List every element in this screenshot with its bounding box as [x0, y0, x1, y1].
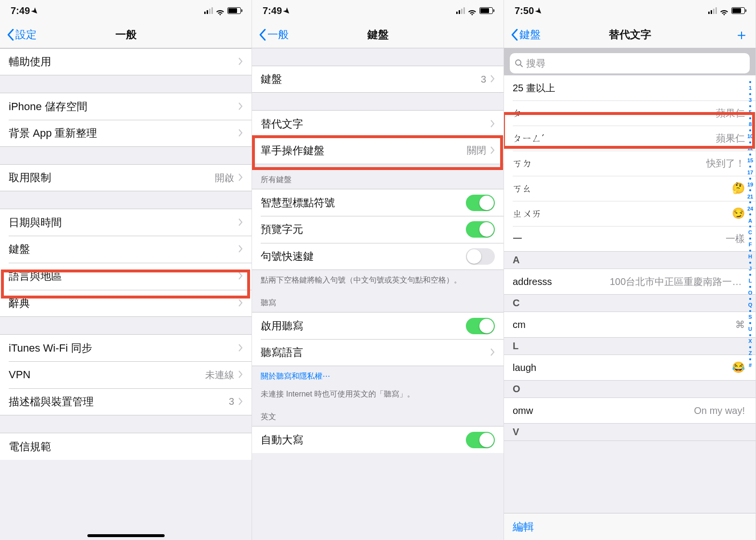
chevron-right-icon — [238, 56, 243, 68]
back-label: 設定 — [15, 28, 37, 42]
row-language-region[interactable]: 語言與地區 — [0, 263, 252, 290]
row-text-replacement[interactable]: 替代文字 — [252, 110, 504, 137]
row-auto-capitalize[interactable]: 自動大寫 — [252, 426, 504, 453]
cell-label: 背景 App 重新整理 — [9, 126, 238, 141]
back-label: 一般 — [267, 28, 289, 42]
row-keyboard[interactable]: 鍵盤 — [0, 236, 252, 263]
shortcut-key: ㄓㄨㄞ — [513, 207, 732, 220]
row-char-preview[interactable]: 預覽字元 — [252, 216, 504, 243]
search-input[interactable]: 搜尋 — [510, 53, 750, 73]
shortcut-key: addresss — [513, 276, 610, 287]
shortcut-value: 100台北市中正區重慶南路一段... — [610, 275, 745, 288]
chevron-right-icon — [238, 297, 243, 310]
cell-label: 自動大寫 — [261, 433, 466, 447]
home-indicator[interactable] — [87, 534, 165, 537]
row-keyboards[interactable]: 鍵盤 3 — [252, 66, 504, 93]
chevron-right-icon — [238, 396, 243, 408]
battery-icon — [731, 7, 745, 14]
list-item[interactable]: omwOn my way! — [504, 398, 756, 423]
toggle-auto-cap[interactable] — [466, 432, 495, 448]
status-right — [204, 7, 241, 14]
row-restrictions[interactable]: 取用限制 開啟 — [0, 164, 252, 191]
row-period-shortcut[interactable]: 句號快速鍵 — [252, 243, 504, 270]
svg-point-0 — [516, 60, 521, 65]
row-dictation-languages[interactable]: 聽寫語言 — [252, 339, 504, 366]
search-container: 搜尋 — [504, 48, 756, 78]
row-enable-dictation[interactable]: 啟用聽寫 — [252, 312, 504, 339]
row-one-handed[interactable]: 單手操作鍵盤 關閉 — [252, 137, 504, 164]
cell-label: 替代文字 — [261, 117, 490, 131]
back-label: 鍵盤 — [519, 28, 541, 42]
shortcut-value: On my way! — [694, 405, 745, 416]
cell-label: iPhone 儲存空間 — [9, 99, 238, 114]
cell-label: 取用限制 — [9, 171, 215, 185]
list-item[interactable]: addresss100台北市中正區重慶南路一段... — [504, 269, 756, 294]
shortcut-value: 蘋果仁 — [716, 132, 745, 145]
shortcut-key: 一 — [513, 232, 726, 245]
header-all-keyboards: 所有鍵盤 — [252, 164, 504, 189]
time-text: 7:49 — [263, 5, 282, 16]
row-iphone-storage[interactable]: iPhone 儲存空間 — [0, 93, 252, 120]
cell-label: 描述檔與裝置管理 — [9, 395, 229, 409]
row-carrier[interactable]: 電信規範 — [0, 433, 252, 460]
list-item[interactable]: cm⌘ — [504, 312, 756, 337]
row-accessibility[interactable]: 輔助使用 — [0, 48, 252, 75]
row-date-time[interactable]: 日期與時間 — [0, 209, 252, 236]
chevron-left-icon — [511, 29, 518, 41]
chevron-right-icon — [238, 171, 243, 184]
list-item[interactable]: ㄆ蘋果仁 — [504, 100, 756, 126]
back-button[interactable]: 設定 — [4, 26, 40, 44]
nav-bar: 設定 一般 — [0, 21, 252, 48]
battery-icon — [479, 7, 493, 14]
chevron-right-icon — [238, 270, 243, 283]
back-button[interactable]: 鍵盤 — [508, 26, 544, 44]
cell-label: 智慧型標點符號 — [261, 196, 466, 210]
list-item[interactable]: ㄎㄠ🤔 — [504, 176, 756, 201]
cell-label: 預覽字元 — [261, 222, 466, 237]
list-item[interactable]: ㄓㄨㄞ😏 — [504, 201, 756, 226]
back-button[interactable]: 一般 — [256, 26, 292, 44]
toolbar: 編輯 — [504, 513, 756, 540]
wifi-icon — [720, 7, 728, 14]
toggle-char-preview[interactable] — [466, 221, 495, 238]
chevron-right-icon — [490, 144, 495, 157]
cell-label: 輔助使用 — [9, 55, 238, 69]
chevron-right-icon — [238, 369, 243, 381]
chevron-right-icon — [238, 100, 243, 113]
shortcut-value: 😏 — [732, 207, 745, 220]
toggle-dictation[interactable] — [466, 318, 495, 334]
row-dictionary[interactable]: 辭典 — [0, 290, 252, 317]
toggle-smart-punctuation[interactable] — [466, 195, 495, 211]
list-item[interactable]: laugh😂 — [504, 355, 756, 380]
list-item[interactable]: 一一樣 — [504, 226, 756, 251]
add-button[interactable]: ＋ — [734, 25, 749, 44]
status-time: 7:49 ➤ — [11, 5, 38, 16]
signal-icon — [708, 7, 717, 14]
shortcut-value: 🤔 — [732, 182, 745, 195]
chevron-right-icon — [238, 127, 243, 140]
svg-line-1 — [520, 65, 522, 67]
toggle-period-shortcut[interactable] — [466, 248, 495, 265]
status-right — [456, 7, 493, 14]
row-profiles[interactable]: 描述檔與裝置管理 3 — [0, 388, 252, 415]
section-header-row: 25 畫以上 — [504, 75, 756, 100]
shortcut-key: ㄎㄉ — [513, 157, 706, 170]
shortcut-key: cm — [513, 319, 735, 330]
edit-button[interactable]: 編輯 — [513, 520, 534, 534]
row-itunes-wifi-sync[interactable]: iTunes Wi-Fi 同步 — [0, 334, 252, 361]
section-V: V — [504, 423, 756, 441]
cell-label: iTunes Wi-Fi 同步 — [9, 341, 238, 355]
wifi-icon — [468, 7, 476, 14]
list-item[interactable]: ㄎㄉ快到了！ — [504, 151, 756, 176]
section-index[interactable]: •1•3•5•8•10•12•15•17•19•21•24•A•C•F•H•J•… — [746, 80, 755, 511]
status-time: 7:50 ➤ — [515, 5, 542, 16]
replacement-list[interactable]: 25 畫以上 ㄆ蘋果仁 ㄆㄧㄥˊ蘋果仁 ㄎㄉ快到了！ ㄎㄠ🤔 ㄓㄨㄞ😏 一一樣 … — [504, 75, 756, 513]
footer-privacy-link[interactable]: 關於聽寫和隱私權⋯ — [252, 366, 504, 384]
list-item[interactable]: ㄆㄧㄥˊ蘋果仁 — [504, 126, 756, 151]
location-icon: ➤ — [533, 5, 545, 16]
row-smart-punctuation[interactable]: 智慧型標點符號 — [252, 189, 504, 216]
shortcut-value: 蘋果仁 — [716, 107, 745, 120]
cell-label: 語言與地區 — [9, 269, 238, 284]
row-background-refresh[interactable]: 背景 App 重新整理 — [0, 120, 252, 147]
row-vpn[interactable]: VPN 未連線 — [0, 361, 252, 388]
